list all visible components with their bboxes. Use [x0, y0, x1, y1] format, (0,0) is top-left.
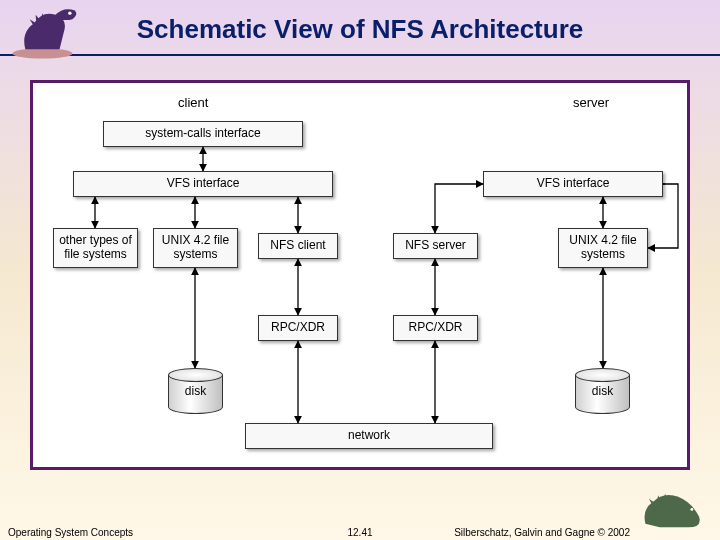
title-divider — [0, 54, 720, 56]
box-unix-fs-client: UNIX 4.2 file systems — [153, 228, 238, 268]
box-unix-fs-server: UNIX 4.2 file systems — [558, 228, 648, 268]
dino-top-icon — [6, 2, 96, 62]
footer-right: Silberschatz, Galvin and Gagne © 2002 — [454, 527, 630, 538]
slide-title: Schematic View of NFS Architecture — [0, 14, 720, 45]
box-nfs-server: NFS server — [393, 233, 478, 259]
box-other-fs: other types of file systems — [53, 228, 138, 268]
cylinder-disk-client: disk — [168, 368, 223, 414]
box-rpc-server: RPC/XDR — [393, 315, 478, 341]
nfs-architecture-diagram: client server system-calls interface VFS… — [33, 83, 687, 467]
diagram-frame: client server system-calls interface VFS… — [30, 80, 690, 470]
cylinder-disk-server: disk — [575, 368, 630, 414]
box-vfs-server: VFS interface — [483, 171, 663, 197]
label-server: server — [573, 95, 609, 110]
box-syscalls: system-calls interface — [103, 121, 303, 147]
box-nfs-client: NFS client — [258, 233, 338, 259]
box-rpc-client: RPC/XDR — [258, 315, 338, 341]
label-client: client — [178, 95, 208, 110]
dino-bottom-icon — [634, 488, 714, 538]
svg-point-2 — [690, 508, 693, 511]
svg-point-0 — [12, 48, 72, 58]
box-network: network — [245, 423, 493, 449]
box-vfs-client: VFS interface — [73, 171, 333, 197]
svg-point-1 — [68, 11, 71, 14]
